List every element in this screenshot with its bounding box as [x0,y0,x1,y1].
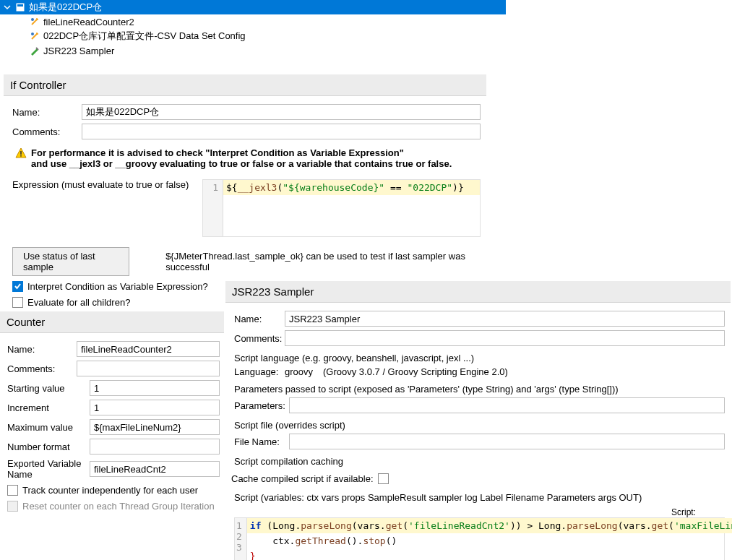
svg-rect-1 [17,4,23,7]
if-controller-icon [14,1,26,13]
start-label: Starting value [4,383,90,394]
file-input[interactable] [289,434,725,449]
inc-label: Increment [4,402,90,413]
code-line: } [247,548,732,560]
cache-header: Script compilation caching [231,453,725,468]
var-label: Exported Variable Name [4,458,90,480]
line-number: 2 [236,531,242,542]
code-line: ${__jexl3("${warehouseCode}" == "022DCP"… [223,180,480,195]
tree-item-if-controller[interactable]: 如果是022DCP仓 [0,0,506,14]
params-input[interactable] [289,397,725,413]
jsr-comments-input[interactable] [285,330,725,346]
line-number: 1 [212,182,218,193]
params-label: Parameters: [231,400,289,411]
script-vars-header: Script (variables: ctx vars props Sample… [231,489,725,504]
track-label: Track counter independently for each use… [22,485,198,496]
warning-icon [15,147,27,159]
svg-rect-5 [20,155,22,157]
fmt-input[interactable] [90,439,220,455]
panel-title: JSR223 Sampler [225,281,731,303]
script-code-editor[interactable]: 1 2 3 if (Long.parseLong(vars.get('fileL… [234,517,725,560]
expression-code-editor[interactable]: 1 ${__jexl3("${warehouseCode}" == "022DC… [202,179,481,237]
jsr-name-input[interactable] [285,311,725,327]
counter-name-input[interactable] [77,341,220,357]
tree-label: 如果是022DCP仓 [29,1,102,14]
svg-rect-4 [20,151,22,155]
file-label: File Name: [231,436,289,447]
reset-checkbox [7,501,18,512]
svg-point-2 [31,18,34,21]
warning-text-1: For performance it is advised to check "… [31,147,404,158]
counter-panel: Counter Name: Comments: Starting value I… [0,311,224,521]
expression-label: Expression (must evaluate to true or fal… [12,179,197,190]
svg-rect-0 [16,3,25,12]
jsr223-panel: JSR223 Sampler Name: Comments: Script la… [225,281,731,560]
fmt-label: Number format [4,441,90,452]
csv-config-icon [29,30,40,42]
tree-label: fileLineReadCounter2 [43,17,134,27]
max-label: Maximum value [4,422,90,433]
name-label: Name: [4,344,77,355]
inc-input[interactable] [90,400,220,415]
tree-item-counter[interactable]: fileLineReadCounter2 [0,14,506,29]
counter-icon [29,16,40,27]
tree-label: JSR223 Sampler [43,46,114,56]
reset-label: Reset counter on each Thread Group Itera… [22,501,215,512]
code-line: if (Long.parseLong(vars.get('fileLineRea… [247,518,732,533]
code-line: ctx.getThread().stop() [247,533,732,548]
evaluate-all-checkbox[interactable] [12,297,23,308]
comments-label: Comments: [4,363,77,374]
var-input[interactable] [90,461,220,477]
interpret-label: Interpret Condition as Variable Expressi… [27,281,208,292]
lang-label: Language: [231,366,285,377]
panel-title: Counter [0,311,224,333]
svg-point-3 [31,33,34,35]
tree-item-csv-config[interactable]: 022DCP仓库订单配置文件-CSV Data Set Config [0,29,506,43]
cache-checkbox[interactable] [378,473,389,484]
script-lang-header: Script language (e.g. groovy, beanshell,… [231,350,725,365]
interpret-checkbox[interactable] [12,281,23,292]
comments-label: Comments: [231,333,285,344]
evaluate-all-label: Evaluate for all children? [27,297,130,308]
file-header: Script file (overrides script) [231,417,725,432]
start-input[interactable] [90,380,220,396]
name-label: Name: [9,107,82,118]
warning-text-2: and use __jexl3 or __groovy evaluating t… [31,158,452,169]
counter-comments-input[interactable] [77,361,220,376]
line-number: 1 [236,520,242,531]
cache-label: Cache compiled script if available: [231,473,374,484]
lang-value[interactable]: groovy [285,366,313,377]
lang-note: (Groovy 3.0.7 / Groovy Scripting Engine … [323,366,508,377]
name-input[interactable] [82,104,481,120]
tree-label: 022DCP仓库订单配置文件-CSV Data Set Config [43,30,246,43]
sampler-icon [29,45,40,56]
tree-view: 如果是022DCP仓 fileLineReadCounter2 022DCP仓库… [0,0,506,58]
tree-item-jsr223[interactable]: JSR223 Sampler [0,43,506,58]
use-status-button[interactable]: Use status of last sample [12,247,129,276]
use-status-note: ${JMeterThread.last_sample_ok} can be us… [165,251,481,272]
name-label: Name: [231,314,285,324]
script-title: Script: [231,504,725,517]
max-input[interactable] [90,419,220,435]
expand-icon[interactable] [3,4,12,11]
line-number: 3 [236,542,242,553]
params-header: Parameters passed to script (exposed as … [231,381,725,396]
track-checkbox[interactable] [7,485,18,496]
comments-input[interactable] [82,124,481,139]
comments-label: Comments: [9,126,82,137]
panel-title: If Controller [4,74,486,96]
